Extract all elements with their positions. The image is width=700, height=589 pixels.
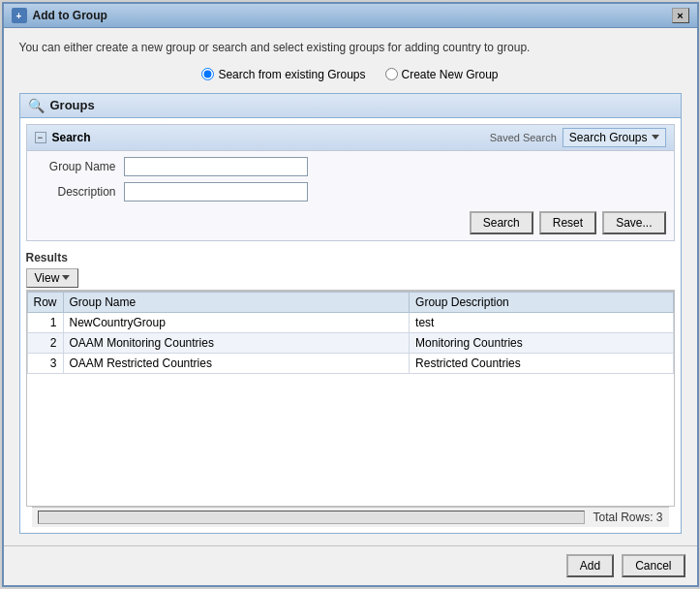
cell-row-num: 3 bbox=[27, 353, 63, 373]
cell-row-num: 2 bbox=[27, 332, 63, 353]
close-button[interactable]: × bbox=[672, 8, 689, 23]
groups-header-text: Groups bbox=[50, 98, 95, 112]
cell-group-description: test bbox=[410, 312, 673, 332]
view-button[interactable]: View bbox=[26, 268, 79, 288]
search-panel: − Search Saved Search Search Groups Grou… bbox=[26, 124, 675, 241]
table-header-row: Row Group Name Group Description bbox=[27, 292, 673, 312]
description-row: Description bbox=[39, 182, 662, 202]
groups-icon: 🔍 bbox=[28, 98, 45, 113]
search-form: Group Name Description bbox=[27, 151, 674, 207]
cell-group-name: NewCountryGroup bbox=[63, 312, 410, 332]
description-input[interactable] bbox=[124, 182, 308, 202]
cell-row-num: 1 bbox=[27, 312, 63, 332]
results-table-wrapper: Row Group Name Group Description 1 NewCo… bbox=[26, 291, 675, 507]
results-label: Results bbox=[26, 247, 675, 266]
table-row[interactable]: 1 NewCountryGroup test bbox=[27, 312, 673, 332]
saved-search-dropdown[interactable]: Search Groups bbox=[563, 128, 666, 147]
groups-header: 🔍 Groups bbox=[20, 94, 681, 118]
footer-bar: Total Rows: 3 bbox=[32, 507, 669, 527]
groups-section: 🔍 Groups − Search Saved Search Search Gr… bbox=[19, 93, 682, 534]
group-name-row: Group Name bbox=[39, 157, 662, 176]
view-toolbar: View bbox=[26, 266, 675, 291]
search-button[interactable]: Search bbox=[470, 211, 533, 234]
dialog-footer: Add Cancel bbox=[4, 545, 697, 585]
title-bar: + Add to Group × bbox=[4, 4, 697, 28]
horizontal-scrollbar[interactable] bbox=[38, 511, 586, 524]
cell-group-description: Monitoring Countries bbox=[410, 332, 673, 353]
dialog-content: You can either create a new group or sea… bbox=[4, 28, 697, 545]
reset-button[interactable]: Reset bbox=[539, 211, 596, 234]
search-panel-title: − Search bbox=[35, 131, 91, 144]
cancel-button[interactable]: Cancel bbox=[622, 554, 685, 577]
col-header-row: Row bbox=[27, 292, 63, 312]
dialog-title: Add to Group bbox=[33, 9, 666, 22]
save-button[interactable]: Save... bbox=[602, 211, 665, 234]
dialog-icon: + bbox=[12, 8, 27, 23]
group-name-input[interactable] bbox=[124, 157, 308, 176]
table-row[interactable]: 3 OAAM Restricted Countries Restricted C… bbox=[27, 353, 673, 373]
group-name-label: Group Name bbox=[39, 160, 116, 173]
radio-search-existing[interactable]: Search from existing Groups bbox=[201, 68, 365, 81]
results-section: Results View Row Group Name Group Descr bbox=[26, 247, 675, 527]
col-header-group-name: Group Name bbox=[63, 292, 410, 312]
description-text: You can either create a new group or sea… bbox=[19, 40, 682, 56]
search-panel-header: − Search Saved Search Search Groups bbox=[27, 125, 674, 151]
results-table: Row Group Name Group Description 1 NewCo… bbox=[27, 292, 674, 374]
add-to-group-dialog: + Add to Group × You can either create a… bbox=[2, 2, 699, 587]
cell-group-description: Restricted Countries bbox=[410, 353, 673, 373]
dropdown-arrow-icon bbox=[652, 135, 659, 140]
search-button-row: Search Reset Save... bbox=[27, 207, 674, 240]
add-button[interactable]: Add bbox=[566, 554, 614, 577]
saved-search-label: Saved Search bbox=[490, 132, 557, 143]
cell-group-name: OAAM Monitoring Countries bbox=[63, 332, 410, 353]
collapse-icon[interactable]: − bbox=[35, 132, 46, 143]
total-rows-label: Total Rows: 3 bbox=[593, 511, 662, 524]
table-row[interactable]: 2 OAAM Monitoring Countries Monitoring C… bbox=[27, 332, 673, 353]
saved-search-row: Saved Search Search Groups bbox=[490, 128, 666, 147]
description-label: Description bbox=[39, 185, 116, 199]
cell-group-name: OAAM Restricted Countries bbox=[63, 353, 410, 373]
radio-group: Search from existing Groups Create New G… bbox=[19, 68, 682, 81]
col-header-group-description: Group Description bbox=[410, 292, 673, 312]
view-dropdown-icon bbox=[62, 275, 70, 280]
radio-create-new[interactable]: Create New Group bbox=[385, 68, 499, 81]
